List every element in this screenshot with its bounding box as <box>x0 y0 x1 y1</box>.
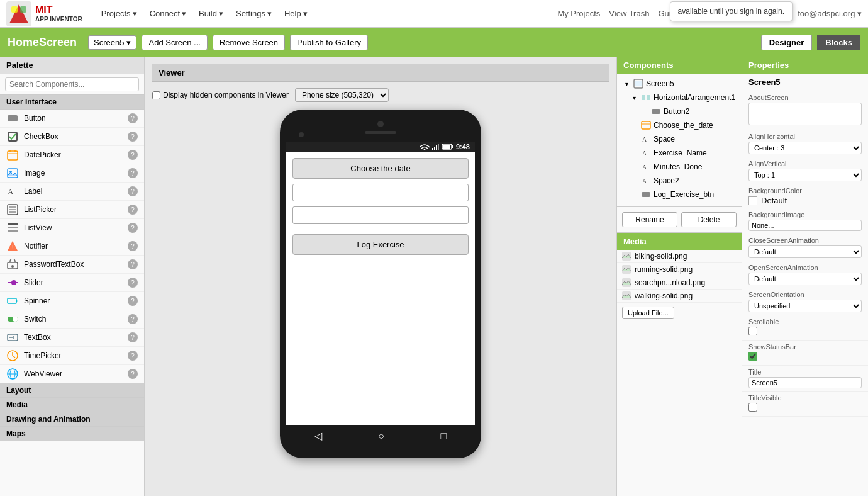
timepicker-help-icon[interactable]: ? <box>128 351 138 361</box>
button-help-icon[interactable]: ? <box>128 113 138 123</box>
comp-item-space2[interactable]: ▸ A Space2 <box>617 174 742 188</box>
display-hidden-checkbox[interactable] <box>152 91 160 99</box>
listview-help-icon[interactable]: ? <box>128 223 138 233</box>
comp-item-choose-date[interactable]: ▸ Choose_the_date <box>617 118 742 132</box>
palette-section-ui[interactable]: User Interface <box>0 95 144 110</box>
palette-item-webviewer[interactable]: WebViewer ? <box>0 365 144 383</box>
log-btn-icon <box>641 189 651 200</box>
palette-item-slider[interactable]: Slider ? <box>0 274 144 292</box>
phone-size-select[interactable]: Phone size (505,320) <box>295 88 389 102</box>
comp-item-button2[interactable]: ▸ Button2 <box>617 104 742 118</box>
expand-screen5[interactable]: ▾ <box>622 79 631 88</box>
scrollable-checkbox[interactable] <box>748 327 757 335</box>
upload-file-button[interactable]: Upload File... <box>622 307 674 319</box>
align-horizontal-select[interactable]: Center : 3 Left : 1 Right : 2 <box>748 142 862 154</box>
palette-section-drawing[interactable]: Drawing and Animation <box>0 412 144 427</box>
palette-item-datepicker[interactable]: DatePicker ? <box>0 146 144 164</box>
checkbox-help-icon[interactable]: ? <box>128 132 138 142</box>
exercise-name-textbox[interactable] <box>292 184 469 201</box>
webviewer-help-icon[interactable]: ? <box>128 369 138 379</box>
nav-help[interactable]: Help ▾ <box>278 6 314 21</box>
svg-rect-57 <box>642 192 650 197</box>
recents-button-icon[interactable]: □ <box>441 431 447 442</box>
choose-date-button[interactable]: Choose the date <box>292 158 469 179</box>
add-screen-button[interactable]: Add Screen ... <box>142 35 207 50</box>
back-button-icon[interactable]: ◁ <box>314 430 322 442</box>
publish-gallery-button[interactable]: Publish to Gallery <box>290 35 368 50</box>
user-account-link[interactable]: foo@adspci.org ▾ <box>798 9 862 18</box>
comp-item-screen5[interactable]: ▾ Screen5 <box>617 77 742 91</box>
comp-item-horizontal[interactable]: ▾ HorizontalArrangement1 <box>617 91 742 104</box>
rename-button[interactable]: Rename <box>622 212 677 227</box>
palette-section-media[interactable]: Media <box>0 398 144 412</box>
palette-item-listpicker[interactable]: ListPicker ? <box>0 201 144 219</box>
bg-image-input[interactable] <box>748 220 862 231</box>
comp-item-space[interactable]: ▸ A Space <box>617 132 742 146</box>
open-animation-select[interactable]: Default <box>748 273 862 285</box>
expand-horizontal[interactable]: ▾ <box>630 93 638 102</box>
notifier-help-icon[interactable]: ? <box>128 241 138 251</box>
svg-rect-40 <box>434 147 435 150</box>
svg-text:A: A <box>642 150 647 157</box>
search-input[interactable] <box>5 77 139 91</box>
datepicker-help-icon[interactable]: ? <box>128 150 138 160</box>
spinner-help-icon[interactable]: ? <box>128 296 138 306</box>
about-screen-input[interactable] <box>748 103 862 125</box>
palette-item-checkbox[interactable]: CheckBox ? <box>0 128 144 146</box>
slider-help-icon[interactable]: ? <box>128 278 138 288</box>
spinner-palette-icon <box>6 295 19 307</box>
media-item-running[interactable]: running-solid.png <box>617 263 742 276</box>
palette-item-timepicker[interactable]: TimePicker ? <box>0 347 144 365</box>
palette-section-layout[interactable]: Layout <box>0 383 144 398</box>
battery-icon <box>442 144 453 150</box>
textbox-help-icon[interactable]: ? <box>128 332 138 342</box>
top-nav: MIT APP INVENTOR Projects ▾ Connect ▾ Bu… <box>0 0 868 28</box>
palette-item-label[interactable]: A Label ? <box>0 183 144 201</box>
show-status-bar-checkbox[interactable] <box>748 352 757 361</box>
palette-item-notifier[interactable]: ! Notifier ? <box>0 237 144 256</box>
palette-item-listview[interactable]: ListView ? <box>0 219 144 237</box>
label-help-icon[interactable]: ? <box>128 186 138 196</box>
switch-help-icon[interactable]: ? <box>128 314 138 324</box>
palette-item-spinner[interactable]: Spinner ? <box>0 292 144 310</box>
palette-item-passwordtextbox[interactable]: PasswordTextBox ? <box>0 256 144 274</box>
phone-speaker <box>365 131 396 134</box>
passwordtextbox-help-icon[interactable]: ? <box>128 259 138 269</box>
screen-orientation-select[interactable]: Unspecified Portrait Landscape <box>748 300 862 312</box>
comp-item-exercise-name[interactable]: ▸ A Exercise_Name <box>617 146 742 160</box>
designer-button[interactable]: Designer <box>761 35 813 50</box>
nav-connect[interactable]: Connect ▾ <box>143 6 192 21</box>
log-exercise-button[interactable]: Log Exercise <box>292 234 469 255</box>
nav-projects[interactable]: Projects ▾ <box>95 6 143 21</box>
palette-item-image[interactable]: Image ? <box>0 164 144 183</box>
minutes-done-textbox[interactable] <box>292 206 469 224</box>
title-visible-checkbox[interactable] <box>748 403 757 412</box>
nav-settings[interactable]: Settings ▾ <box>230 6 278 21</box>
home-button-icon[interactable]: ○ <box>378 431 384 442</box>
palette-item-button[interactable]: Button ? <box>0 110 144 128</box>
comp-item-minutes-done[interactable]: ▸ A Minutes_Done <box>617 160 742 174</box>
screen-selector[interactable]: Screen5 ▾ <box>88 35 136 50</box>
media-item-biking[interactable]: biking-solid.png <box>617 250 742 263</box>
blocks-button[interactable]: Blocks <box>817 35 860 50</box>
media-item-walking[interactable]: walking-solid.png <box>617 290 742 303</box>
palette-item-textbox[interactable]: TextBox ? <box>0 329 144 347</box>
media-item-search[interactable]: searchpn...nload.png <box>617 276 742 290</box>
components-tree: ▾ Screen5 ▾ HorizontalArrangement1 ▸ But… <box>617 74 742 204</box>
bg-color-box[interactable] <box>748 196 757 205</box>
remove-screen-button[interactable]: Remove Screen <box>213 35 285 50</box>
palette-section-maps[interactable]: Maps <box>0 427 144 441</box>
palette-item-switch[interactable]: Switch ? <box>0 310 144 329</box>
svg-text:!: ! <box>12 244 14 251</box>
nav-build[interactable]: Build ▾ <box>192 6 230 21</box>
delete-button[interactable]: Delete <box>681 212 737 227</box>
view-trash-link[interactable]: View Trash <box>609 9 649 18</box>
image-help-icon[interactable]: ? <box>128 168 138 178</box>
my-projects-link[interactable]: My Projects <box>557 9 600 18</box>
align-vertical-select[interactable]: Top : 1 Center : 2 Bottom : 3 <box>748 169 862 181</box>
comp-item-log-btn[interactable]: ▸ Log_Exercise_btn <box>617 188 742 201</box>
prop-align-vertical: AlignVertical Top : 1 Center : 2 Bottom … <box>742 157 868 184</box>
listpicker-help-icon[interactable]: ? <box>128 205 138 215</box>
title-input[interactable] <box>748 377 862 388</box>
close-animation-select[interactable]: Default <box>748 245 862 258</box>
